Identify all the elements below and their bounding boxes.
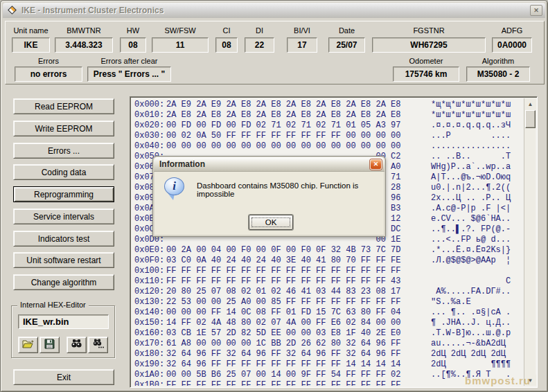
hex-ascii[interactable]: "S..%а.Е [431,297,511,308]
app-window: IKE - Instrument Cluster Electronics ✕ U… [0,0,548,392]
hex-ascii[interactable]: 2x...Ц .. .Р.. Ц [431,193,511,204]
find-next-button[interactable] [88,337,108,353]
sidebar-button-reprogramming[interactable]: Reprogramming [13,186,114,202]
hex-row[interactable]: 0x160:03 CB 1E 57 2D 82 5D EE 00 00 03 E… [134,328,524,339]
hex-ascii[interactable]: .. ..B.. .Т [431,152,511,162]
hex-row[interactable]: 0x150:14 FF 02 4A 48 80 02 07 4A 00 FF E… [134,318,524,328]
sidebar-button-coding-data[interactable]: Coding data [13,164,114,180]
hex-row[interactable]: 0x020:00 FD 00 FD 00 FD 02 71 02 71 02 7… [134,121,524,131]
sidebar-button-indicators-test[interactable]: Indicators test [13,231,114,247]
hex-ascii[interactable]: .Т.W-В]ю...ш.@.р [431,328,511,339]
hex-row[interactable]: 0x140:00 00 00 FF 14 0C 08 FF 01 FD 15 7… [134,308,524,318]
field-value-sw-fsw: 11 [152,37,209,53]
hex-ascii[interactable]: А%.....FA.DГ#.. [431,287,511,297]
hex-ascii[interactable]: ... ¶.. .¤§|cА . [431,308,511,318]
hex-address: 0x120: [134,287,166,297]
hex-ascii[interactable] [431,380,511,386]
hex-ascii[interactable]: C [431,276,511,287]
hex-row[interactable]: 0x130:22 53 00 00 25 A0 00 85 FF FF FF F… [134,297,524,308]
hex-ascii[interactable]: e.CV... $@6`HА.. [431,214,511,224]
sidebar-button-change-algorithm[interactable]: Change algorithm [13,274,114,290]
field-value-ci: 08 [215,37,238,53]
hex-ascii[interactable]: .Л.@$@$@>@АAp ¦ [431,256,511,266]
hex-bytes[interactable]: 32 64 96 FF 32 64 96 FF 32 64 96 FF 32 6… [166,349,400,359]
hex-address: 0x110: [134,276,166,287]
hex-bytes[interactable]: 32 64 96 FF FF FF FF FF FF FF FF FF 14 1… [166,359,400,369]
find-button[interactable] [67,337,87,353]
open-file-button[interactable] [18,337,38,353]
vertical-scrollbar[interactable]: ▲ ▼ [524,98,536,386]
hex-bytes[interactable]: 00 02 0A 50 FF FF FF FF FF FF FF FF 00 0… [166,131,400,141]
hex-ascii[interactable]: au.....¬-&bА2dЦ [431,339,511,349]
filename-field[interactable]: IKE_wr.bin [18,314,109,329]
hex-row[interactable]: 0x010:2A E8 2A E8 2A E8 2A E8 2A E8 2A E… [134,110,524,121]
hex-bytes[interactable]: FF FF FF FF FF FF FF FF FF FF FF FF FF F… [166,276,400,286]
hex-ascii[interactable]: WHg)P..a`..wp..a [431,162,511,172]
exit-button[interactable]: Exit [13,369,114,385]
hex-row[interactable]: 0x120:20 80 25 07 08 02 01 02 46 41 03 4… [134,287,524,297]
sidebar-button-unit-software-restart[interactable]: Unit software restart [13,252,114,268]
hex-bytes[interactable]: 20 80 25 07 08 02 01 02 46 41 03 44 83 2… [166,287,400,296]
hex-ascii[interactable]: ...P .... [431,131,511,141]
hex-bytes[interactable]: FF FF FF FF FF FF FF FF FF FF FF FF FF F… [166,266,400,276]
hex-row[interactable]: 0x170:61 A8 00 00 00 00 1C BB 2D 26 62 8… [134,339,524,349]
hex-ascii[interactable]: ................ [431,141,511,152]
hex-bytes[interactable]: 2A E8 2A E8 2A E8 2A E8 2A E8 2A E8 2A E… [166,110,400,120]
hex-row[interactable]: 0x040:00 00 00 00 00 00 00 00 00 00 00 0… [134,141,524,152]
hex-row[interactable]: 0x1A0:00 00 5B B6 25 07 00 14 00 9F FF 5… [134,370,524,380]
field-value-di: 22 [245,37,274,53]
hex-ascii[interactable]: *ш*ш*ш*ш*ш*ш*ш*ш [431,110,511,121]
hex-ascii[interactable]: ..¶..▌.?. FР(@.- [431,224,511,235]
field-label-fgstnr: FGSTNR [372,26,486,35]
hex-address: 0x0E0: [134,245,166,256]
hex-ascii[interactable]: .*...Ё.¤.Ё¤2Ks|} [431,245,511,256]
hex-bytes[interactable]: 2A E9 2A E9 2A E8 2A E8 2A E8 2A E8 2A E… [166,100,400,109]
hex-ascii[interactable]: ...<..FР ь@ d... [431,235,511,245]
hex-dump-content[interactable]: 0x000:2A E9 2A E9 2A E8 2A E8 2A E8 2A E… [132,98,524,386]
hex-ascii[interactable]: u0.|.n|2...¶.2(( [431,183,511,193]
scroll-down-icon[interactable]: ▼ [524,375,536,386]
hex-bytes[interactable]: 00 00 5B B6 25 07 00 14 00 9F FF 54 FF F… [166,370,400,380]
hex-row[interactable]: 0x190:32 64 96 FF FF FF FF FF FF FF FF F… [134,359,524,370]
hex-ascii[interactable] [431,266,511,276]
field-label-errors: Errors [15,57,82,65]
scrollbar-thumb[interactable] [525,110,536,128]
hex-row[interactable]: 0x0E0:00 2A 00 04 00 F0 00 0F 00 F0 0F 3… [134,245,524,256]
hex-ascii[interactable]: .¤.¤.¤.q.q.q..зЧ [431,121,511,131]
hex-bytes[interactable]: 14 FF 02 4A 48 80 02 07 4A 00 FF E6 02 8… [166,318,400,328]
scroll-up-icon[interactable]: ▲ [524,98,536,109]
hex-row[interactable]: 0x030:00 02 0A 50 FF FF FF FF FF FF FF F… [134,131,524,141]
hex-bytes[interactable]: 00 FD 00 FD 00 FD 02 71 02 71 02 71 01 0… [166,121,400,130]
ok-button[interactable]: OK [249,215,293,230]
hex-ascii[interactable]: *щ*щ*ш*ш*ш*ш*ш*ш [431,100,511,110]
hex-row[interactable]: 0x110:FF FF FF FF FF FF FF FF FF FF FF F… [134,276,524,287]
hex-bytes[interactable]: 00 00 00 FF 14 0C 08 FF 01 FD 15 7C 63 8… [166,308,400,317]
hex-ascii[interactable]: ¶ .JHА..J. ц.Д.. [431,318,511,328]
hex-bytes[interactable]: 03 CB 1E 57 2D 82 5D EE 00 00 03 E8 1F 4… [166,328,400,338]
hex-ascii[interactable]: ..[¶%..¶.Я T . [431,370,511,380]
sidebar-button-service-intervals[interactable]: Service intervals [13,208,114,224]
hex-row[interactable]: 0x0F0:03 C0 0A 40 24 40 24 40 3E 40 41 8… [134,256,524,266]
window-close-icon[interactable]: ✕ [530,5,542,16]
dialog-close-icon[interactable]: ✕ [370,159,382,170]
hex-row[interactable]: 0x100:FF FF FF FF FF FF FF FF FF FF FF F… [134,266,524,276]
hex-bytes[interactable]: 00 2A 00 04 00 F0 00 0F 00 F0 0F 32 4B 7… [166,245,400,255]
hex-ascii[interactable]: A|T...@ъ.¬юD.Оюq [431,172,511,183]
hex-row[interactable]: 0x180:32 64 96 FF 32 64 96 FF 32 64 96 F… [134,349,524,359]
hex-row[interactable]: 0x1B0:FF FF FF FF FF FF FF FF FF FF FF F… [134,380,524,386]
hex-ascii[interactable]: 2dЦ 2dЦ 2dЦ 2dЦ [431,349,511,359]
hex-bytes[interactable]: FF FF FF FF FF FF FF FF FF FF FF FF FF F… [166,380,400,386]
sidebar-button-errors[interactable]: Errors ... [13,143,114,159]
hex-bytes[interactable]: 00 00 00 00 00 00 00 00 00 00 00 00 00 0… [166,141,400,151]
hex-address: 0x190: [134,359,166,370]
hex-bytes[interactable]: 22 53 00 00 25 A0 00 85 FF FF FF FF FF F… [166,297,400,307]
hex-row[interactable]: 0x000:2A E9 2A E9 2A E8 2A E8 2A E8 2A E… [134,100,524,110]
save-file-button[interactable] [39,337,60,353]
hex-ascii[interactable]: 2dЦ ¶¶¶¶ [431,359,511,370]
sidebar-button-read-eeprom[interactable]: Read EEPROM [13,98,114,114]
field-value-hw: 08 [120,37,146,53]
sidebar-button-write-eeprom[interactable]: Write EEPROM [13,121,114,136]
hex-bytes[interactable]: 03 C0 0A 40 24 40 24 40 3E 40 41 80 70 F… [166,256,400,265]
hex-bytes[interactable]: 61 A8 00 00 00 00 1C BB 2D 26 62 80 32 6… [166,339,400,348]
hex-ascii[interactable]: .А.c@-P|p .F |<| [431,204,511,214]
